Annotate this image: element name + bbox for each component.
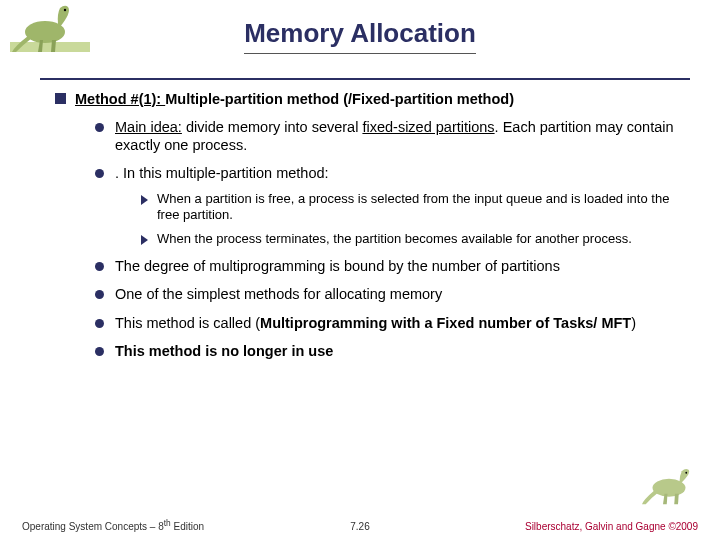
bullet-nouse: This method is no longer in use	[95, 342, 690, 360]
sub-bullet-terminate: When the process terminates, the partiti…	[141, 231, 690, 247]
title-bar: Memory Allocation	[0, 0, 720, 60]
degree-text: The degree of multiprogramming is bound …	[115, 258, 560, 274]
sub1-text: When a partition is free, a process is s…	[157, 191, 669, 222]
called-post: )	[631, 315, 636, 331]
triangle-bullet-icon	[141, 195, 148, 205]
disc-bullet-icon	[95, 262, 104, 271]
method-desc: Multiple-partition method (/Fixed-partit…	[165, 91, 514, 107]
title-rule	[40, 78, 690, 80]
called-em: Multiprogramming with a Fixed number of …	[260, 315, 631, 331]
main-idea-mid: divide memory into several	[182, 119, 363, 135]
content-area: Method #(1): Multiple-partition method (…	[55, 90, 690, 376]
bullet-simplest: One of the simplest methods for allocati…	[95, 285, 690, 303]
disc-bullet-icon	[95, 123, 104, 132]
footer-left-a: Operating System Concepts – 8	[22, 521, 164, 532]
disc-bullet-icon	[95, 290, 104, 299]
sub-bullet-free-partition: When a partition is free, a process is s…	[141, 191, 690, 224]
svg-point-2	[64, 9, 66, 11]
main-idea-em: fixed-sized partitions	[362, 119, 494, 135]
footer-page-number: 7.26	[350, 521, 369, 532]
footer-left-sup: th	[164, 518, 171, 528]
bullet-main-idea: Main idea: divide memory into several fi…	[95, 118, 690, 154]
dino-bottom-icon	[642, 467, 702, 508]
disc-bullet-icon	[95, 319, 104, 328]
disc-bullet-icon	[95, 169, 104, 178]
footer-copyright: Silberschatz, Galvin and Gagne ©2009	[525, 521, 698, 532]
disc-bullet-icon	[95, 347, 104, 356]
page-title: Memory Allocation	[244, 18, 476, 54]
bullet-in-method: . In this multiple-partition method: Whe…	[95, 164, 690, 247]
called-pre: This method is called (	[115, 315, 260, 331]
sub2-text: When the process terminates, the partiti…	[157, 231, 632, 246]
simplest-text: One of the simplest methods for allocati…	[115, 286, 442, 302]
bullet-method-headline: Method #(1): Multiple-partition method (…	[55, 90, 690, 360]
footer-left-tail: Edition	[171, 521, 204, 532]
dino-top-icon	[10, 2, 90, 57]
bullet-degree: The degree of multiprogramming is bound …	[95, 257, 690, 275]
svg-point-4	[685, 472, 687, 474]
triangle-bullet-icon	[141, 235, 148, 245]
bullet-called: This method is called (Multiprogramming …	[95, 314, 690, 332]
in-method-text: . In this multiple-partition method:	[115, 165, 329, 181]
footer-left: Operating System Concepts – 8th Edition	[22, 518, 204, 532]
slide: Memory Allocation Method #(1): Multiple-…	[0, 0, 720, 540]
square-bullet-icon	[55, 93, 66, 104]
nouse-text: This method is no longer in use	[115, 343, 333, 359]
method-label: Method #(1):	[75, 91, 165, 107]
main-idea-prefix: Main idea:	[115, 119, 182, 135]
